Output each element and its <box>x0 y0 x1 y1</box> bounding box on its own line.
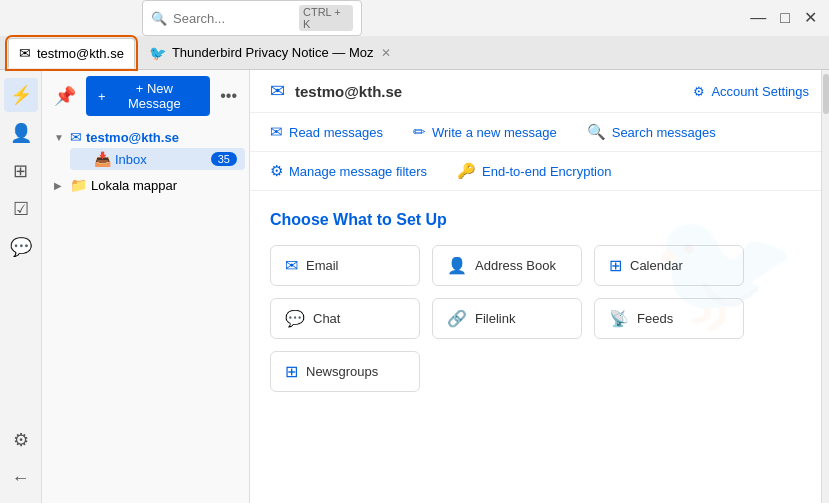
new-message-button[interactable]: + + New Message <box>86 76 210 116</box>
inbox-item[interactable]: 📥 Inbox 35 <box>70 148 245 170</box>
newsgroups-icon: ⊞ <box>285 362 298 381</box>
key-icon: 🔑 <box>457 162 476 180</box>
content-account-icon: ✉ <box>270 80 285 102</box>
search-messages-action[interactable]: 🔍 Search messages <box>587 123 716 141</box>
maximize-button[interactable]: □ <box>780 10 790 26</box>
read-messages-label: Read messages <box>289 125 383 140</box>
account-mail-icon: ✉ <box>70 129 82 145</box>
filelink-label: Filelink <box>475 311 515 326</box>
account-settings-button[interactable]: ⚙ Account Settings <box>693 84 809 99</box>
chat-rail-icon[interactable]: 💬 <box>4 230 38 264</box>
privacy-tab-icon: 🐦 <box>149 45 166 61</box>
icon-rail: ⚡ 👤 ⊞ ☑ 💬 ⚙ ← <box>0 70 42 503</box>
scrollbar[interactable] <box>821 70 829 503</box>
manage-filters-action[interactable]: ⚙ Manage message filters <box>270 162 427 180</box>
address-book-card[interactable]: 👤 Address Book <box>432 245 582 286</box>
gear-icon: ⚙ <box>693 84 705 99</box>
close-button[interactable]: ✕ <box>804 10 817 26</box>
inbox-container: 📥 Inbox 35 <box>42 148 249 170</box>
folder-tree: ▼ ✉ testmo@kth.se 📥 Inbox 35 ▶ 📁 Lokala … <box>42 122 249 503</box>
inbox-icon: 📥 <box>94 151 111 167</box>
inbox-badge: 35 <box>211 152 237 166</box>
email-card[interactable]: ✉ Email <box>270 245 420 286</box>
content-actions-row1: ✉ Read messages ✏ Write a new message 🔍 … <box>250 113 829 152</box>
local-label: Lokala mappar <box>91 178 237 193</box>
app-icon[interactable]: ⚡ <box>4 78 38 112</box>
address-book-label: Address Book <box>475 258 556 273</box>
read-messages-action[interactable]: ✉ Read messages <box>270 123 383 141</box>
tab-privacy[interactable]: 🐦 Thunderbird Privacy Notice — Moz ✕ <box>139 38 404 68</box>
content-actions-row2: ⚙ Manage message filters 🔑 End-to-end En… <box>250 152 829 191</box>
minimize-button[interactable]: — <box>750 10 766 26</box>
scrollbar-thumb[interactable] <box>823 74 829 114</box>
account-settings-label: Account Settings <box>711 84 809 99</box>
search-shortcut: CTRL + K <box>299 5 353 31</box>
account-chevron: ▼ <box>54 132 66 143</box>
title-bar: 🔍 CTRL + K — □ ✕ <box>0 0 829 36</box>
feeds-card[interactable]: 📡 Feeds <box>594 298 744 339</box>
manage-filters-label: Manage message filters <box>289 164 427 179</box>
main-layout: ⚡ 👤 ⊞ ☑ 💬 ⚙ ← 📌 + + New Message ••• ▼ ✉ … <box>0 70 829 503</box>
pin-icon: 📌 <box>50 81 80 111</box>
privacy-tab-label: Thunderbird Privacy Notice — Moz <box>172 45 374 60</box>
filelink-card[interactable]: 🔗 Filelink <box>432 298 582 339</box>
more-options-button[interactable]: ••• <box>216 83 241 109</box>
chat-card-label: Chat <box>313 311 340 326</box>
mail-tab-icon: ✉ <box>19 45 31 61</box>
write-message-action[interactable]: ✏ Write a new message <box>413 123 557 141</box>
email-card-label: Email <box>306 258 339 273</box>
setup-title: Choose What to Set Up <box>270 211 809 229</box>
newsgroups-card[interactable]: ⊞ Newsgroups <box>270 351 420 392</box>
plus-icon: + <box>98 89 106 104</box>
back-rail-icon[interactable]: ← <box>4 461 38 495</box>
tab-mail[interactable]: ✉ testmo@kth.se <box>8 38 135 68</box>
search-input[interactable] <box>173 11 293 26</box>
filelink-icon: 🔗 <box>447 309 467 328</box>
filter-icon: ⚙ <box>270 162 283 180</box>
chat-card-icon: 💬 <box>285 309 305 328</box>
window-controls: — □ ✕ <box>750 10 817 26</box>
read-icon: ✉ <box>270 123 283 141</box>
search-icon: 🔍 <box>151 11 167 26</box>
feeds-label: Feeds <box>637 311 673 326</box>
content-body: 🐦 Choose What to Set Up ✉ Email 👤 Addres… <box>250 191 829 503</box>
address-book-icon: 👤 <box>447 256 467 275</box>
newsgroups-label: Newsgroups <box>306 364 378 379</box>
e2e-encryption-label: End-to-end Encryption <box>482 164 611 179</box>
write-message-label: Write a new message <box>432 125 557 140</box>
content-header: ✉ testmo@kth.se ⚙ Account Settings <box>250 70 829 113</box>
feeds-icon: 📡 <box>609 309 629 328</box>
local-icon: 📁 <box>70 177 87 193</box>
settings-rail-icon[interactable]: ⚙ <box>4 423 38 457</box>
new-message-label: + New Message <box>111 81 199 111</box>
search-bar[interactable]: 🔍 CTRL + K <box>142 0 362 36</box>
sidebar: 📌 + + New Message ••• ▼ ✉ testmo@kth.se … <box>42 70 250 503</box>
tab-bar: ✉ testmo@kth.se 🐦 Thunderbird Privacy No… <box>0 36 829 70</box>
sidebar-toolbar: 📌 + + New Message ••• <box>42 70 249 122</box>
local-chevron: ▶ <box>54 180 66 191</box>
account-label: testmo@kth.se <box>86 130 237 145</box>
search-messages-label: Search messages <box>612 125 716 140</box>
contacts-icon[interactable]: 👤 <box>4 116 38 150</box>
calendar-rail-icon[interactable]: ⊞ <box>4 154 38 188</box>
calendar-card[interactable]: ⊞ Calendar <box>594 245 744 286</box>
email-card-icon: ✉ <box>285 256 298 275</box>
inbox-label: Inbox <box>115 152 207 167</box>
search-msg-icon: 🔍 <box>587 123 606 141</box>
e2e-encryption-action[interactable]: 🔑 End-to-end Encryption <box>457 162 611 180</box>
setup-grid: ✉ Email 👤 Address Book ⊞ Calendar 💬 Chat <box>270 245 809 392</box>
write-icon: ✏ <box>413 123 426 141</box>
chat-card[interactable]: 💬 Chat <box>270 298 420 339</box>
content-area: ✉ testmo@kth.se ⚙ Account Settings ✉ Rea… <box>250 70 829 503</box>
content-account-name: testmo@kth.se <box>295 83 683 100</box>
account-item[interactable]: ▼ ✉ testmo@kth.se <box>46 126 245 148</box>
calendar-card-label: Calendar <box>630 258 683 273</box>
privacy-tab-close[interactable]: ✕ <box>379 44 393 62</box>
tasks-icon[interactable]: ☑ <box>4 192 38 226</box>
mail-tab-label: testmo@kth.se <box>37 46 124 61</box>
local-folders-item[interactable]: ▶ 📁 Lokala mappar <box>46 174 245 196</box>
calendar-card-icon: ⊞ <box>609 256 622 275</box>
